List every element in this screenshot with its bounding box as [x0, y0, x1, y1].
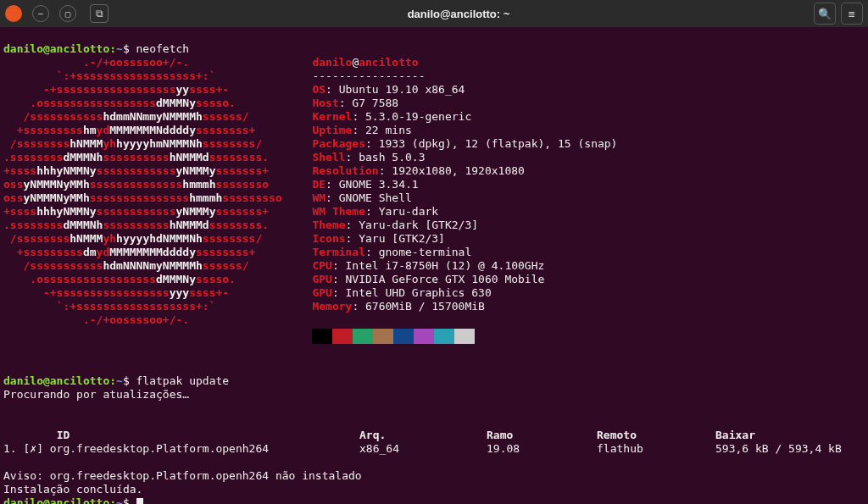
flatpak-searching: Procurando por atualizações…	[3, 388, 189, 401]
menu-button[interactable]: ≡	[841, 3, 863, 25]
nf-separator: -----------------	[312, 69, 425, 82]
new-tab-button[interactable]: ⧉	[90, 4, 108, 23]
color-swatch	[434, 329, 454, 344]
maximize-window-button[interactable]: ▢	[59, 5, 76, 22]
color-swatch	[353, 329, 373, 344]
terminal-output[interactable]: danilo@ancilotto:~$ neofetch .-/+oosssso…	[0, 27, 868, 504]
close-window-button[interactable]	[5, 5, 22, 22]
ascii-logo: .-/+oossssoo+/-. `:+ssssssssssssssssss+:…	[3, 56, 295, 327]
command-text: neofetch	[136, 42, 190, 55]
prompt-line-2: danilo@ancilotto:~$ flatpak update	[3, 374, 229, 387]
color-swatch	[393, 329, 414, 344]
prompt-userhost: danilo@ancilotto	[3, 42, 109, 55]
color-swatch	[454, 329, 475, 344]
neofetch-block: .-/+oossssoo+/-. `:+ssssssssssssssssss+:…	[3, 56, 865, 347]
color-swatch	[312, 329, 332, 344]
color-swatch	[414, 329, 434, 344]
titlebar: − ▢ ⧉ danilo@ancilotto: ~ 🔍 ≡	[0, 0, 868, 27]
search-button[interactable]: 🔍	[814, 3, 836, 25]
minimize-window-button[interactable]: −	[32, 5, 49, 22]
nf-user: danilo	[312, 56, 352, 69]
neofetch-info: danilo@ancilotto ----------------- OS: U…	[312, 56, 617, 347]
color-swatch	[332, 329, 353, 344]
color-swatches	[312, 329, 617, 347]
command-text: flatpak update	[136, 374, 230, 387]
hamburger-icon: ≡	[849, 8, 855, 20]
prompt-line-3: danilo@ancilotto:~$	[3, 496, 143, 504]
flatpak-warning: Aviso: org.freedesktop.Platform.openh264…	[3, 469, 362, 482]
cursor	[136, 498, 143, 505]
flatpak-table-header: IDArq.RamoRemotoBaixar	[3, 429, 755, 441]
window-title: danilo@ancilotto: ~	[108, 8, 809, 20]
nf-host: ancilotto	[359, 56, 418, 69]
prompt-line-1: danilo@ancilotto:~$ neofetch	[3, 42, 189, 55]
flatpak-done: Instalação concluída.	[3, 483, 142, 496]
color-swatch	[373, 329, 393, 344]
prompt-path: ~	[116, 42, 123, 55]
search-icon: 🔍	[818, 8, 832, 20]
flatpak-table-row: 1. [✗] org.freedesktop.Platform.openh264…	[3, 442, 842, 455]
